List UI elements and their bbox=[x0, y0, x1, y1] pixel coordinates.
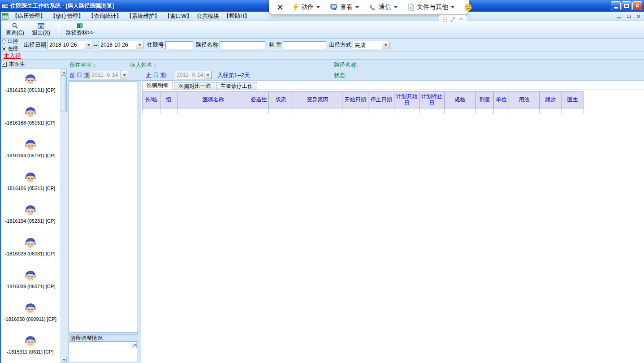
radio-out-path[interactable]: 出径 bbox=[2, 38, 22, 45]
patient-item[interactable]: -1816106 (05211) [CP] bbox=[0, 170, 61, 203]
scroll-down-arrow-icon[interactable] bbox=[61, 357, 67, 363]
menu-item[interactable]: 【帮助H】 bbox=[221, 13, 252, 20]
mdi-minimize-button[interactable] bbox=[615, 13, 622, 19]
patient-label: -1816164 (05191) [CP] bbox=[5, 153, 56, 158]
start-date-combo[interactable]: 2011- 6-14 bbox=[90, 71, 128, 79]
communication-menu[interactable]: 通信 bbox=[364, 2, 402, 12]
radio-icon bbox=[2, 39, 6, 44]
smiley-icon[interactable] bbox=[459, 2, 477, 12]
tab[interactable]: 医嘱对比一览 bbox=[174, 82, 215, 90]
doctor-filter-checkbox[interactable]: ✓ 本医生 bbox=[0, 60, 67, 69]
maximize-button[interactable] bbox=[622, 1, 631, 10]
path-status-radios: 出径 在径 bbox=[2, 38, 22, 52]
menu-item[interactable]: 公共模块 bbox=[194, 13, 221, 20]
orders-table: 长/临组医嘱名称必选性状态变异原因开始日期停止日期计划开始日计划停止日规格剂量单… bbox=[142, 91, 583, 114]
table-cell bbox=[476, 108, 494, 114]
table-cell bbox=[143, 108, 160, 114]
sidebar-scrollbar[interactable] bbox=[61, 69, 67, 363]
expand-icon[interactable] bbox=[131, 343, 137, 348]
column-header[interactable]: 开始日期 bbox=[342, 91, 368, 108]
grid-icon[interactable] bbox=[442, 17, 447, 22]
stage-notes-panel bbox=[69, 341, 138, 362]
patient-item[interactable]: -1816009 (06071) [CP] bbox=[0, 268, 61, 301]
date-to-combo[interactable]: 2018-10-26 bbox=[99, 41, 143, 49]
query-button[interactable]: 查询(C) bbox=[4, 22, 26, 37]
tab[interactable]: 医嘱明细 bbox=[143, 81, 173, 90]
column-header[interactable]: 停止日期 bbox=[368, 91, 394, 108]
patient-avatar-icon bbox=[24, 73, 37, 86]
patient-item[interactable]: -1816164 (05191) [CP] bbox=[0, 137, 61, 170]
column-header[interactable]: 计划开始日 bbox=[394, 91, 419, 108]
overlay-close-icon[interactable] bbox=[272, 4, 288, 10]
stage-column: 阶段调整情况 bbox=[68, 81, 141, 363]
stage-notes-textarea[interactable] bbox=[69, 341, 138, 362]
patient-item[interactable]: -1816028 (06031) [CP] bbox=[0, 235, 61, 268]
chevron-down-icon bbox=[451, 6, 454, 10]
menu-item[interactable]: 【查询统计】 bbox=[86, 13, 124, 20]
out-mode-combo[interactable]: 完成 bbox=[353, 41, 389, 49]
column-header[interactable]: 剂量 bbox=[476, 91, 494, 108]
end-date-combo[interactable]: 2011- 6-14 bbox=[175, 71, 212, 79]
patient-sidebar: ✓ 本医生 bbox=[0, 59, 67, 363]
patient-label: -1816104 (05231) [CP] bbox=[5, 218, 56, 224]
patient-item[interactable]: -1815911 (0611) [CP] bbox=[0, 333, 61, 363]
actions-menu[interactable]: 动作 bbox=[288, 2, 325, 12]
patient-item[interactable]: -1816104 (05231) [CP] bbox=[0, 203, 61, 235]
column-header[interactable]: 状态 bbox=[269, 91, 293, 108]
radio-in-path[interactable]: 在径 bbox=[2, 45, 22, 52]
dropdown-arrow-icon bbox=[121, 71, 128, 79]
patient-item[interactable]: -1816152 (05131) [CP] bbox=[0, 72, 61, 104]
collapse-chevron-icon[interactable] bbox=[458, 17, 463, 21]
column-header[interactable]: 用法 bbox=[509, 91, 540, 108]
table-cell bbox=[509, 108, 540, 114]
expand-icon[interactable] bbox=[450, 17, 455, 22]
table-cell bbox=[445, 108, 476, 114]
path-info-button[interactable]: 路径资料>> bbox=[64, 22, 96, 37]
minimize-button[interactable] bbox=[611, 1, 621, 10]
column-header[interactable]: 频次 bbox=[540, 91, 562, 108]
scrollbar-thumb[interactable] bbox=[61, 75, 67, 112]
communication-label: 通信 bbox=[379, 3, 391, 11]
scroll-up-arrow-icon[interactable] bbox=[61, 69, 67, 75]
exit-icon bbox=[38, 22, 44, 29]
column-header[interactable]: 组 bbox=[160, 91, 177, 108]
patient-avatar-icon bbox=[24, 269, 37, 282]
window-controls: × bbox=[611, 1, 642, 10]
doctor-filter-label: 本医生 bbox=[9, 60, 25, 68]
mdi-close-button[interactable]: × bbox=[635, 13, 642, 19]
column-header[interactable]: 单位 bbox=[494, 91, 509, 108]
column-header[interactable]: 规格 bbox=[445, 91, 476, 108]
patient-avatar-icon bbox=[24, 204, 37, 216]
menu-item[interactable]: 【窗口W】 bbox=[162, 13, 194, 20]
menu-item[interactable]: 【病历管理】 bbox=[10, 13, 48, 20]
admission-no-input[interactable] bbox=[165, 41, 193, 49]
not-in-path-label[interactable]: 未入径 bbox=[4, 52, 21, 59]
close-button[interactable]: × bbox=[632, 1, 642, 10]
window-border bbox=[0, 12, 1, 363]
patient-item[interactable]: -1816058 (060911) [CP] bbox=[0, 301, 61, 333]
stage-listbox[interactable] bbox=[69, 82, 138, 333]
patient-label: -1816106 (05211) [CP] bbox=[5, 186, 55, 191]
tab[interactable]: 主要诊疗工作 bbox=[216, 82, 257, 90]
main-panel: 所在科室： 病人姓名： 路径名称: 起 日 期: 2011- 6-14 止 日 … bbox=[68, 59, 644, 363]
column-header[interactable]: 医嘱名称 bbox=[177, 91, 249, 108]
column-header[interactable]: 长/临 bbox=[143, 91, 160, 108]
view-menu[interactable]: 查看 bbox=[325, 2, 364, 12]
column-header[interactable]: 医生 bbox=[562, 91, 583, 108]
files-menu[interactable]: 文件与其他 bbox=[402, 2, 459, 12]
exit-button[interactable]: 退出(X) bbox=[30, 22, 52, 37]
start-date-label: 起 日 期: bbox=[69, 72, 91, 79]
main-body: ✓ 本医生 bbox=[0, 59, 644, 363]
menu-item[interactable]: 【系统维护】 bbox=[124, 13, 162, 20]
column-header[interactable]: 必选性 bbox=[249, 91, 269, 108]
toolbar: 查询(C) 退出(X) 路径资料>> bbox=[0, 21, 644, 39]
menu-item[interactable]: 【诊疗管理】 bbox=[48, 13, 86, 20]
date-from-value: 2018-10-26 bbox=[48, 41, 85, 49]
path-name-input[interactable] bbox=[220, 41, 265, 49]
column-header[interactable]: 计划停止日 bbox=[419, 91, 445, 108]
mdi-restore-button[interactable] bbox=[625, 13, 632, 19]
column-header[interactable]: 变异原因 bbox=[293, 91, 342, 108]
patient-item[interactable]: -1816188 (05151) [CP] bbox=[0, 104, 61, 137]
date-from-combo[interactable]: 2018-10-26 bbox=[48, 41, 92, 49]
department-input[interactable] bbox=[283, 41, 326, 49]
